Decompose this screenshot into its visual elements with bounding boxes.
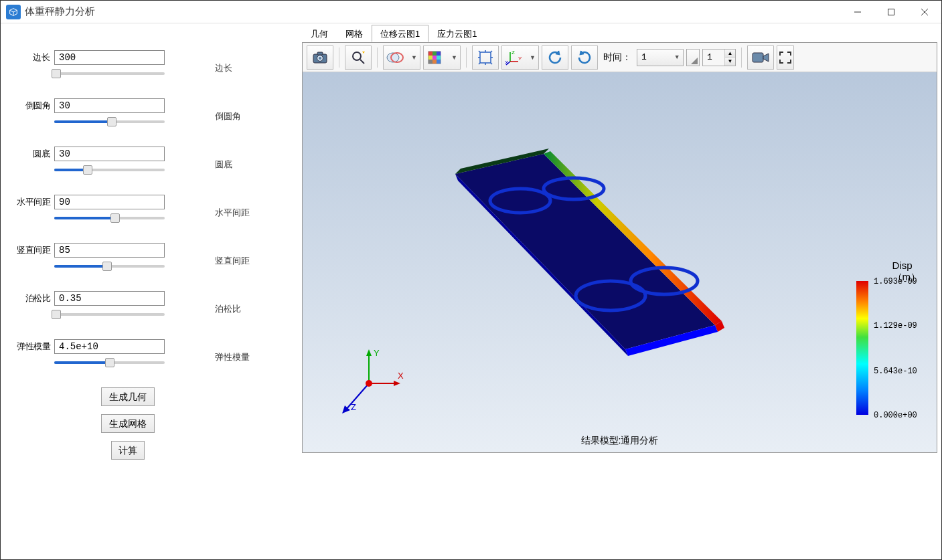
svg-rect-3 <box>317 52 323 55</box>
svg-point-6 <box>353 52 361 60</box>
svg-line-7 <box>360 60 364 64</box>
param-label-right: 竖直间距 <box>215 243 282 267</box>
param-input-1[interactable] <box>54 98 165 113</box>
viewport-caption: 结果模型:通用分析 <box>581 435 659 447</box>
3d-viewport[interactable]: Y X Z Disp （m） 1.693e-091.129e-095.643e-… <box>303 72 937 452</box>
svg-rect-18 <box>433 60 437 64</box>
svg-rect-12 <box>433 52 437 56</box>
app-icon <box>6 5 21 19</box>
param-input-0[interactable] <box>54 50 165 65</box>
titlebar: 体重秤静力分析 <box>1 1 941 23</box>
svg-rect-1 <box>888 9 894 15</box>
screenshot-button[interactable] <box>307 45 333 70</box>
svg-point-5 <box>319 57 321 60</box>
param-label-right: 边长 <box>215 50 282 74</box>
record-button[interactable] <box>747 45 774 70</box>
svg-rect-17 <box>428 60 433 64</box>
model-render <box>443 149 724 363</box>
param-label-left: 弹性模量 <box>14 341 54 353</box>
svg-text:X: X <box>505 60 509 66</box>
param-input-3[interactable] <box>54 195 165 209</box>
tab-2[interactable]: 位移云图1 <box>372 25 428 42</box>
generate-geometry-button[interactable]: 生成几何 <box>101 387 155 406</box>
spin-up-button[interactable]: ▲ <box>725 50 735 58</box>
param-label-right: 泊松比 <box>215 291 282 315</box>
legend-tick: 1.129e-09 <box>874 321 917 331</box>
minimize-button[interactable] <box>841 1 874 23</box>
window-title: 体重秤静力分析 <box>25 5 841 18</box>
param-row-3: 水平间距 水平间距 <box>14 195 289 223</box>
render-mode-button[interactable]: ▼ <box>423 45 461 70</box>
rotate-ccw-button[interactable] <box>542 45 568 70</box>
compute-button[interactable]: 计算 <box>111 441 145 460</box>
param-slider-2[interactable] <box>54 165 165 175</box>
svg-text:Y: Y <box>518 56 522 62</box>
svg-text:Y: Y <box>374 348 380 358</box>
legend-colorbar <box>856 281 868 415</box>
svg-rect-11 <box>428 52 433 56</box>
param-row-0: 边长 边长 <box>14 50 289 78</box>
param-slider-1[interactable] <box>54 117 165 126</box>
param-input-2[interactable] <box>54 147 165 161</box>
param-row-5: 泊松比 泊松比 <box>14 291 289 319</box>
svg-rect-16 <box>437 56 441 60</box>
param-input-5[interactable] <box>54 291 165 306</box>
param-slider-3[interactable] <box>54 213 165 223</box>
time-value: 1 <box>641 52 647 62</box>
close-button[interactable] <box>908 1 941 23</box>
param-slider-6[interactable] <box>54 358 165 367</box>
param-label-left: 边长 <box>14 52 54 64</box>
rotate-cw-button[interactable] <box>571 45 598 70</box>
slider-end-button[interactable] <box>686 49 700 66</box>
svg-rect-15 <box>433 56 437 60</box>
svg-point-47 <box>366 380 372 387</box>
param-input-6[interactable] <box>54 339 165 354</box>
viewer-frame: ▼ ▼ ZYX ▼ <box>302 42 937 453</box>
maximize-button[interactable] <box>874 1 908 23</box>
fullscreen-button[interactable] <box>777 45 794 70</box>
param-label-right: 圆底 <box>215 147 282 171</box>
legend-tick: 1.693e-09 <box>874 277 917 286</box>
param-slider-0[interactable] <box>54 69 165 78</box>
param-label-right: 水平间距 <box>215 195 282 219</box>
fit-view-button[interactable] <box>472 45 499 70</box>
time-label: 时间： <box>603 52 631 64</box>
time-combo[interactable]: 1 ▼ <box>637 49 684 66</box>
frame-value: 1 <box>703 50 724 66</box>
param-row-6: 弹性模量 弹性模量 <box>14 339 289 367</box>
legend-tick: 5.643e-10 <box>874 367 917 376</box>
viewer-toolbar: ▼ ▼ ZYX ▼ <box>303 43 937 72</box>
svg-marker-28 <box>455 154 715 349</box>
param-row-4: 竖直间距 竖直间距 <box>14 243 289 271</box>
spin-down-button[interactable]: ▼ <box>725 58 735 66</box>
frame-spinner[interactable]: 1 ▲▼ <box>702 49 736 66</box>
generate-mesh-button[interactable]: 生成网格 <box>101 414 155 433</box>
param-label-right: 弹性模量 <box>215 339 282 363</box>
param-label-left: 泊松比 <box>14 292 54 304</box>
param-slider-4[interactable] <box>54 262 165 271</box>
svg-rect-27 <box>753 53 763 62</box>
svg-rect-19 <box>437 60 441 64</box>
tab-3[interactable]: 应力云图1 <box>428 25 485 42</box>
tab-0[interactable]: 几何 <box>302 25 337 42</box>
svg-marker-42 <box>394 381 400 386</box>
param-slider-5[interactable] <box>54 310 165 319</box>
param-row-1: 倒圆角 倒圆角 <box>14 98 289 126</box>
tab-bar: 几何网格位移云图1应力云图1 <box>302 25 937 42</box>
svg-text:Z: Z <box>512 50 515 56</box>
axis-view-button[interactable]: ZYX ▼ <box>501 45 539 70</box>
param-input-4[interactable] <box>54 243 165 258</box>
svg-rect-13 <box>437 52 441 56</box>
param-label-left: 水平间距 <box>14 196 54 208</box>
zoom-button[interactable] <box>345 45 372 70</box>
param-row-2: 圆底 圆底 <box>14 147 289 175</box>
parameter-panel: 边长 边长 倒圆角 倒圆角 圆底 <box>1 23 302 560</box>
svg-text:X: X <box>398 371 404 381</box>
axis-triad: Y X Z <box>332 347 406 420</box>
svg-line-44 <box>345 383 369 410</box>
param-label-right: 倒圆角 <box>215 98 282 122</box>
tab-1[interactable]: 网格 <box>337 25 372 42</box>
svg-text:Z: Z <box>351 402 356 412</box>
param-label-left: 圆底 <box>14 148 54 160</box>
transparency-button[interactable]: ▼ <box>383 45 420 70</box>
